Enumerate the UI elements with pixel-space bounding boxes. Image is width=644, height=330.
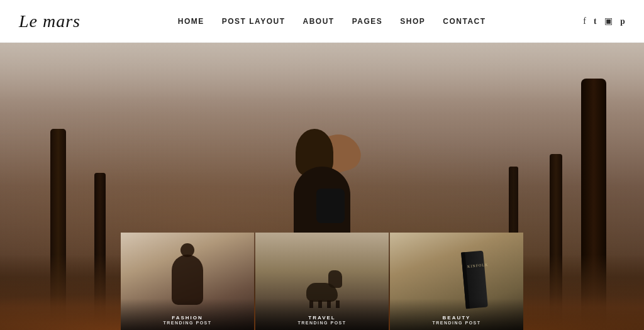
nav-about[interactable]: ABOUT [303, 17, 334, 26]
fashion-figure-body [172, 255, 203, 305]
fashion-figure [172, 255, 203, 305]
facebook-icon[interactable]: f [583, 16, 586, 26]
nav-post-layout[interactable]: POST LAYOUT [222, 17, 286, 26]
post-card-beauty[interactable]: KINFOLK BEAUTY TRENDING POST [390, 233, 523, 330]
fashion-label: TRENDING POST [163, 321, 211, 325]
fashion-category: FASHION [172, 315, 203, 321]
hero-background: FASHION TRENDING POST [0, 43, 644, 330]
post-card-travel[interactable]: TRAVEL TRENDING POST [255, 233, 389, 330]
post-card-beauty-overlay: BEAUTY TRENDING POST [390, 299, 523, 330]
site-header: Le mars HOME POST LAYOUT ABOUT PAGES SHO… [0, 0, 644, 43]
post-card-travel-overlay: TRAVEL TRENDING POST [255, 299, 389, 330]
hero-section: FASHION TRENDING POST [0, 43, 644, 330]
nav-shop[interactable]: SHOP [400, 17, 425, 26]
book-title: KINFOLK [467, 263, 482, 268]
post-card-fashion-overlay: FASHION TRENDING POST [121, 299, 254, 330]
nav-contact[interactable]: CONTACT [443, 17, 486, 26]
pinterest-icon[interactable]: 𝐩 [620, 16, 625, 26]
logo[interactable]: Le mars [19, 11, 80, 31]
beauty-label: TRENDING POST [432, 321, 480, 325]
twitter-icon[interactable]: 𝐭 [594, 16, 597, 26]
social-links: f 𝐭 ▣ 𝐩 [583, 16, 625, 26]
figure-backpack [316, 189, 345, 223]
nav-pages[interactable]: PAGES [352, 17, 383, 26]
instagram-icon[interactable]: ▣ [604, 16, 613, 26]
travel-label: TRENDING POST [297, 321, 346, 325]
main-nav: HOME POST LAYOUT ABOUT PAGES SHOP CONTAC… [178, 17, 486, 26]
nav-home[interactable]: HOME [178, 17, 204, 26]
travel-category: TRAVEL [308, 315, 335, 321]
post-card-fashion[interactable]: FASHION TRENDING POST [121, 233, 254, 330]
beauty-category: BEAUTY [443, 315, 471, 321]
post-cards-container: FASHION TRENDING POST [121, 233, 523, 330]
